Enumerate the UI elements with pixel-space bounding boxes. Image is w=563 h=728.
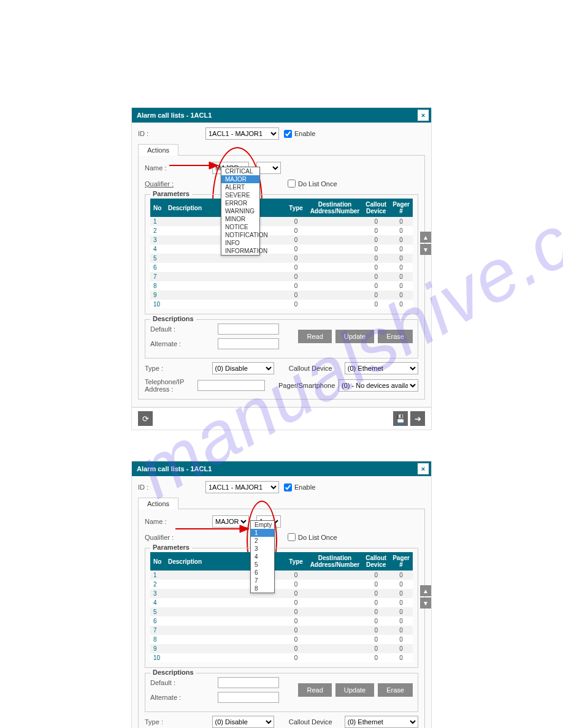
opt-minor[interactable]: MINOR <box>221 215 259 223</box>
default-input[interactable] <box>218 677 279 688</box>
opt-6[interactable]: 6 <box>251 569 274 577</box>
id-label: ID : <box>138 130 205 137</box>
opt-notification[interactable]: NOTIFICATION <box>221 231 259 239</box>
alarm-panel-2: Alarm call lists - 1ACL1 × ID : 1ACL1 - … <box>131 461 432 728</box>
update-button[interactable]: Update <box>335 330 374 343</box>
table-row[interactable]: 1000 <box>150 217 413 226</box>
table-row[interactable]: 5000 <box>150 607 413 616</box>
opt-3[interactable]: 3 <box>251 545 274 553</box>
exit-icon[interactable]: ➔ <box>410 411 425 426</box>
parameters-table: No Description Type Destination Address/… <box>150 199 413 309</box>
table-row[interactable]: 9000 <box>150 644 413 653</box>
table-row[interactable]: 4000 <box>150 598 413 607</box>
table-row[interactable]: 3000 <box>150 589 413 598</box>
opt-notice[interactable]: NOTICE <box>221 223 259 231</box>
update-button[interactable]: Update <box>335 683 374 697</box>
close-icon[interactable]: × <box>418 110 429 121</box>
opt-alert[interactable]: ALERT <box>221 183 259 191</box>
opt-7[interactable]: 7 <box>251 577 274 585</box>
enable-checkbox[interactable] <box>284 483 292 491</box>
read-button[interactable]: Read <box>298 330 331 343</box>
read-button[interactable]: Read <box>298 683 331 697</box>
name-dropdown-open[interactable]: CRITICAL MAJOR ALERT SEVERE ERROR WARNIN… <box>221 167 260 256</box>
name-select[interactable]: MAJOR <box>212 515 249 528</box>
descriptions-legend: Descriptions <box>150 669 196 676</box>
save-icon[interactable]: 💾 <box>393 411 408 426</box>
do-list-once-label: Do List Once <box>298 180 337 188</box>
qualifier-dropdown-open[interactable]: Empty 1 2 3 4 5 6 7 8 <box>250 520 275 593</box>
close-icon[interactable]: × <box>418 463 429 474</box>
alternate-input[interactable] <box>218 692 279 703</box>
col-callout: Callout Device <box>362 199 389 217</box>
telephone-input[interactable] <box>197 380 265 391</box>
table-row[interactable]: 10000 <box>150 300 413 309</box>
opt-5[interactable]: 5 <box>251 561 274 569</box>
id-select[interactable]: 1ACL1 - MAJOR1 <box>205 127 279 140</box>
erase-button[interactable]: Erase <box>378 683 413 697</box>
do-list-once-label: Do List Once <box>298 534 337 541</box>
id-label: ID : <box>138 483 205 491</box>
alternate-label: Alternate : <box>150 694 218 701</box>
name-label: Name : <box>145 518 212 525</box>
table-row[interactable]: 10000 <box>150 653 413 662</box>
opt-info[interactable]: INFO <box>221 239 259 247</box>
opt-critical[interactable]: CRITICAL <box>221 167 259 175</box>
qualifier-label: Qualifier : <box>145 534 212 541</box>
panel-titlebar: Alarm call lists - 1ACL1 × <box>132 461 431 476</box>
default-input[interactable] <box>218 324 279 335</box>
default-label: Default : <box>150 325 218 333</box>
table-row[interactable]: 2000 <box>150 226 413 235</box>
callout-device-label: Callout Device <box>289 718 340 726</box>
callout-device-select[interactable]: (0) Ethernet <box>345 362 418 374</box>
opt-empty[interactable]: Empty <box>251 521 274 529</box>
col-no: No <box>150 552 165 571</box>
alarm-panel-1: Alarm call lists - 1ACL1 × ID : 1ACL1 - … <box>131 107 432 430</box>
table-row[interactable]: 7000 <box>150 272 413 281</box>
enable-checkbox[interactable] <box>284 130 292 138</box>
opt-warning[interactable]: WARNING <box>221 207 259 215</box>
opt-error[interactable]: ERROR <box>221 199 259 207</box>
table-row[interactable]: 2000 <box>150 580 413 589</box>
table-row[interactable]: 9000 <box>150 290 413 300</box>
table-row[interactable]: 1000 <box>150 571 413 580</box>
table-row[interactable]: 6000 <box>150 263 413 272</box>
table-row[interactable]: 4000 <box>150 245 413 254</box>
do-list-once-checkbox[interactable] <box>288 180 296 188</box>
opt-8[interactable]: 8 <box>251 585 274 593</box>
tab-actions[interactable]: Actions <box>138 498 178 509</box>
callout-device-select[interactable]: (0) Ethernet <box>345 716 418 728</box>
type-label: Type : <box>145 718 207 726</box>
opt-information[interactable]: INFORMATION <box>221 247 259 255</box>
alternate-input[interactable] <box>218 338 279 349</box>
id-select[interactable]: 1ACL1 - MAJOR1 <box>205 481 279 493</box>
parameters-legend: Parameters <box>150 190 192 197</box>
table-row[interactable]: 8000 <box>150 281 413 290</box>
scroll-down-icon[interactable]: ▼ <box>420 597 431 609</box>
table-row[interactable]: 3000 <box>150 235 413 245</box>
table-row[interactable]: 5000 <box>150 254 413 263</box>
panel-titlebar: Alarm call lists - 1ACL1 × <box>132 108 431 123</box>
panel-title: Alarm call lists - 1ACL1 <box>137 112 212 119</box>
opt-4[interactable]: 4 <box>251 553 274 561</box>
table-row[interactable]: 6000 <box>150 616 413 626</box>
col-dest: Destination Address/Number <box>307 199 363 217</box>
table-row[interactable]: 7000 <box>150 626 413 635</box>
parameters-table: No Description Type Destination Address/… <box>150 552 413 662</box>
type-select[interactable]: (0) Disable <box>212 716 275 728</box>
qualifier-select-small[interactable] <box>256 162 281 174</box>
table-row[interactable]: 8000 <box>150 635 413 644</box>
do-list-once-checkbox[interactable] <box>288 533 296 541</box>
type-select[interactable]: (0) Disable <box>212 362 275 374</box>
opt-severe[interactable]: SEVERE <box>221 191 259 199</box>
tab-actions[interactable]: Actions <box>138 144 178 156</box>
type-label: Type : <box>145 365 207 372</box>
scroll-down-icon[interactable]: ▼ <box>420 244 431 255</box>
refresh-icon[interactable]: ⟳ <box>138 411 153 426</box>
opt-2[interactable]: 2 <box>251 537 274 545</box>
opt-major[interactable]: MAJOR <box>221 175 259 183</box>
scroll-up-icon[interactable]: ▲ <box>420 232 431 243</box>
pager-smartphone-select[interactable]: (0) - No devices available <box>339 379 418 392</box>
opt-1[interactable]: 1 <box>251 529 274 537</box>
erase-button[interactable]: Erase <box>378 330 413 343</box>
scroll-up-icon[interactable]: ▲ <box>420 585 431 596</box>
